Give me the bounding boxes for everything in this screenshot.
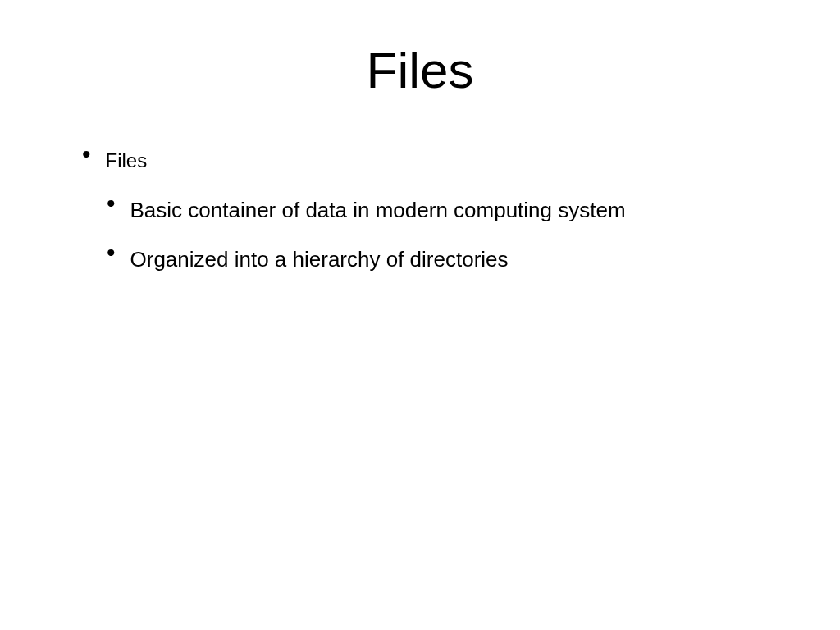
slide-title: Files (49, 41, 791, 99)
bullet-list-level1: • Files (49, 144, 791, 173)
bullet-icon: • (107, 243, 116, 262)
slide-container: Files • Files • Basic container of data … (0, 0, 840, 630)
list-item: • Files (82, 144, 791, 173)
list-item: • Basic container of data in modern comp… (107, 194, 791, 225)
bullet-text: Files (106, 144, 148, 173)
bullet-text: Basic container of data in modern comput… (130, 194, 626, 225)
bullet-icon: • (107, 194, 116, 213)
list-item: • Organized into a hierarchy of director… (107, 243, 791, 274)
bullet-text: Organized into a hierarchy of directorie… (130, 243, 509, 274)
bullet-list-level2: • Basic container of data in modern comp… (49, 194, 791, 274)
bullet-icon: • (82, 144, 91, 164)
